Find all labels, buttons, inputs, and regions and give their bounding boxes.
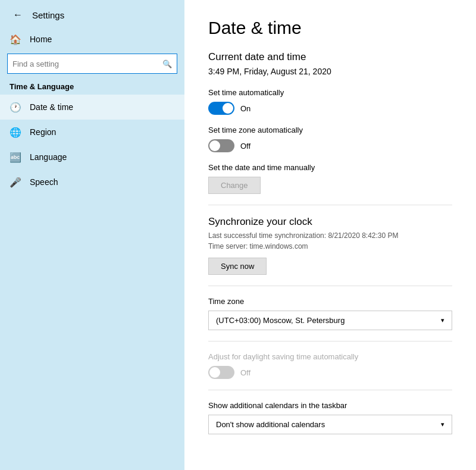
search-box-wrapper: 🔍 (0, 51, 184, 80)
change-button: Change (208, 177, 261, 194)
additional-calendars-dropdown[interactable]: Don't show additional calendars ▾ (208, 415, 452, 434)
timezone-label: Time zone (208, 297, 452, 306)
daylight-toggle[interactable] (208, 366, 234, 379)
timezone-row: Time zone (UTC+03:00) Moscow, St. Peters… (208, 297, 452, 330)
language-icon: 🔤 (10, 151, 21, 163)
home-icon: 🏠 (10, 33, 21, 45)
divider-1 (208, 205, 452, 205)
timezone-value: (UTC+03:00) Moscow, St. Petersburg (216, 316, 345, 325)
sync-section: Synchronize your clock Last successful t… (208, 216, 452, 275)
daylight-label: Adjust for daylight saving time automati… (208, 352, 452, 361)
set-time-auto-state: On (240, 104, 250, 113)
set-time-auto-label: Set time automatically (208, 88, 452, 97)
current-datetime: 3:49 PM, Friday, August 21, 2020 (208, 67, 452, 76)
timezone-dropdown[interactable]: (UTC+03:00) Moscow, St. Petersburg ▾ (208, 311, 452, 330)
sidebar-item-language[interactable]: 🔤 Language (0, 145, 184, 170)
additional-calendars-dropdown-arrow: ▾ (441, 421, 444, 428)
set-timezone-auto-toggle-row: Off (208, 139, 452, 152)
sidebar-header: ← Settings (0, 0, 184, 27)
sidebar-item-language-label: Language (30, 152, 67, 162)
set-manual-label: Set the date and time manually (208, 163, 452, 172)
set-timezone-auto-state: Off (240, 142, 250, 151)
search-icon-button[interactable]: 🔍 (162, 59, 172, 68)
daylight-toggle-row: Off (208, 366, 452, 379)
timezone-dropdown-arrow: ▾ (441, 317, 444, 324)
sync-info-2: Time server: time.windows.com (208, 242, 452, 250)
sidebar-item-region-label: Region (30, 127, 56, 137)
sync-now-button[interactable]: Sync now (208, 258, 267, 275)
sync-heading: Synchronize your clock (208, 216, 452, 228)
set-timezone-auto-row: Set time zone automatically Off (208, 126, 452, 152)
sidebar: ← Settings 🏠 Home 🔍 Time & Language 🕐 Da… (0, 0, 184, 470)
daylight-row: Adjust for daylight saving time automati… (208, 352, 452, 379)
set-time-auto-row: Set time automatically On (208, 88, 452, 115)
home-label: Home (30, 35, 52, 44)
daylight-state: Off (240, 368, 250, 377)
set-time-auto-toggle-row: On (208, 102, 452, 115)
section-heading-current: Current date and time (208, 51, 452, 63)
divider-4 (208, 390, 452, 390)
sidebar-section-label: Time & Language (0, 80, 184, 95)
sidebar-item-date-time[interactable]: 🕐 Date & time (0, 95, 184, 120)
search-box: 🔍 (7, 54, 177, 74)
settings-title: Settings (32, 10, 64, 20)
search-input[interactable] (12, 59, 162, 68)
divider-2 (208, 286, 452, 286)
back-button[interactable]: ← (10, 8, 26, 21)
additional-calendars-label: Show additional calendars in the taskbar (208, 401, 452, 410)
speech-icon: 🎤 (10, 176, 21, 188)
date-time-icon: 🕐 (10, 101, 21, 113)
sidebar-item-region[interactable]: 🌐 Region (0, 120, 184, 145)
additional-calendars-row: Show additional calendars in the taskbar… (208, 401, 452, 434)
set-timezone-auto-label: Set time zone automatically (208, 126, 452, 134)
divider-3 (208, 341, 452, 341)
sidebar-item-date-time-label: Date & time (30, 102, 73, 112)
sidebar-item-speech-label: Speech (30, 177, 58, 187)
set-manual-row: Set the date and time manually Change (208, 163, 452, 194)
page-title: Date & time (208, 18, 452, 38)
sidebar-item-home[interactable]: 🏠 Home (0, 27, 184, 51)
additional-calendars-value: Don't show additional calendars (216, 420, 325, 429)
main-content: Date & time Current date and time 3:49 P… (184, 0, 476, 470)
sync-info-1: Last successful time synchronization: 8/… (208, 231, 452, 240)
set-time-auto-toggle[interactable] (208, 102, 234, 115)
set-timezone-auto-toggle[interactable] (208, 139, 234, 152)
sidebar-item-speech[interactable]: 🎤 Speech (0, 170, 184, 195)
region-icon: 🌐 (10, 126, 21, 138)
